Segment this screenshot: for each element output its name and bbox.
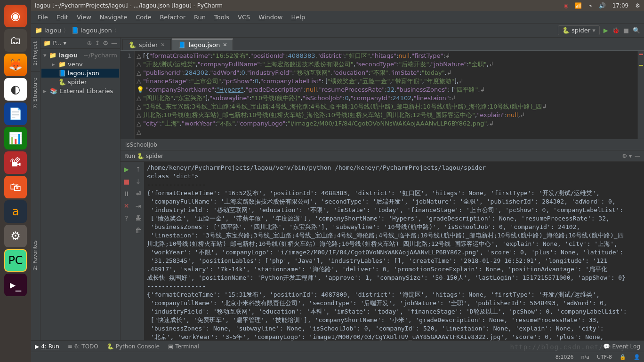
breadcrumb-file[interactable]: lagou.json [80, 27, 112, 34]
ubuntu-dash-icon[interactable]: ◉ [4, 5, 27, 27]
tree-venv[interactable]: ▸📁 venv [41, 60, 119, 69]
close-icon[interactable]: ✕ [223, 42, 227, 48]
wrap-icon[interactable]: ⏎ [136, 190, 141, 197]
search-everywhere-button[interactable]: 🔍 [633, 27, 640, 34]
breadcrumb-json-key[interactable]: isSchoolJob [125, 142, 157, 148]
debug-button[interactable]: 🐞 [612, 27, 620, 34]
chrome-icon[interactable]: ◐ [4, 78, 27, 101]
stop-button[interactable]: ■ [623, 27, 629, 34]
tray-record-icon[interactable]: ◉ [564, 2, 568, 9]
bottom-terminal-tab[interactable]: ▣ Terminal [168, 343, 199, 350]
line-gutter: 1 [121, 51, 135, 139]
project-tool-tab[interactable]: 1: Project [31, 38, 39, 70]
run-hide-icon[interactable]: — [635, 153, 640, 159]
ubuntu-software-icon[interactable]: 🛍 [4, 176, 27, 198]
tray-network-icon[interactable]: 📶 [575, 2, 582, 9]
pycharm-icon[interactable]: PC [4, 249, 27, 272]
tray-time[interactable]: 17:09 [612, 2, 629, 9]
run-target: spider [146, 153, 163, 159]
project-settings-icon[interactable]: ⚙ [103, 39, 108, 47]
terminal-icon[interactable]: ▸_ [4, 274, 27, 296]
status-cursor-pos: 8:1026 [555, 354, 574, 360]
breadcrumb-root[interactable]: lagou [44, 27, 61, 34]
tree-spider[interactable]: 🐍 spider [41, 78, 119, 87]
menu-code[interactable]: Code [132, 13, 155, 22]
watermark: http://blog.csdn.net/keneyr [510, 343, 630, 351]
breadcrumb-separator: 〉 [114, 26, 120, 35]
tray-volume-icon[interactable]: 🔊 [599, 2, 606, 9]
editor-area: 🐍spider✕ 📘lagou.json✕ 1 △[{"formatCreate… [121, 38, 644, 340]
run-output[interactable]: /home/keneyr/PycharmProjects/lagou/venv/… [144, 162, 644, 340]
menu-file[interactable]: File [34, 13, 52, 22]
help-icon[interactable]: ? [125, 214, 128, 222]
close-run-icon[interactable]: ✕ [124, 202, 129, 210]
run-config-select[interactable]: 🐍spider▾ [558, 25, 600, 35]
run-settings-icon[interactable]: ⚙ ▾ [622, 153, 632, 159]
project-autoscroll-icon[interactable]: ↕ [95, 39, 100, 47]
code-content[interactable]: △[{"formatCreateTime": "16:52发布", "posit… [135, 51, 637, 139]
settings-icon[interactable]: ⚙ [4, 225, 27, 247]
firefox-icon[interactable]: 🦊 [4, 54, 27, 76]
stop-run-icon[interactable]: ■ [123, 178, 129, 185]
scroll-end-icon[interactable]: ⇥ [136, 202, 141, 210]
menu-help[interactable]: Help [288, 13, 309, 22]
breadcrumb-folder-icon: 📁 [35, 27, 42, 34]
libreoffice-writer-icon[interactable]: 📄 [4, 102, 27, 125]
tray-battery-icon[interactable]: ⌁ [588, 2, 592, 9]
tray-gear-icon[interactable]: ⚙ [635, 2, 640, 9]
pause-icon[interactable]: ⏸ [123, 190, 130, 197]
menu-run[interactable]: Run [190, 13, 209, 22]
run-button[interactable]: ▶ [604, 27, 608, 34]
menu-edit[interactable]: Edit [53, 13, 72, 22]
print-icon[interactable]: 🖶 [135, 214, 142, 222]
code-editor[interactable]: 1 △[{"formatCreateTime": "16:52发布", "pos… [121, 51, 644, 139]
down-trace-icon[interactable]: ↓ [136, 178, 141, 185]
up-trace-icon[interactable]: ↑ [136, 165, 141, 173]
tree-external-libs[interactable]: ▸📚 External Libraries [41, 87, 119, 95]
editor-tabs: 🐍spider✕ 📘lagou.json✕ [121, 38, 644, 51]
breadcrumb: 📁 lagou 〉 📘 lagou.json 〉 [35, 26, 120, 35]
project-view-select[interactable]: 📁 P... ▾ [43, 39, 66, 47]
python-file-icon: 🐍 [58, 79, 66, 86]
project-hide-icon[interactable]: — [111, 39, 117, 47]
status-inspection-icon[interactable]: 👤 [634, 354, 640, 360]
window-titlebar: lagou [~/PycharmProjects/lagou] - .../la… [31, 0, 644, 11]
menu-tools[interactable]: Tools [210, 13, 233, 22]
libreoffice-impress-icon[interactable]: 📽 [4, 151, 27, 174]
library-icon: 📚 [50, 87, 57, 94]
amazon-icon[interactable]: a [4, 200, 27, 223]
status-encoding[interactable]: UTF-8 [597, 354, 612, 360]
libreoffice-calc-icon[interactable]: 📊 [4, 127, 27, 150]
bottom-run-tab[interactable]: ▶ 4: Run [35, 343, 59, 350]
project-pane: 📁 P... ▾ ⊕ ↕ ⚙ — ▾📁 lagou ~/Pycharm ▸📁 v… [40, 38, 121, 340]
error-stripe [637, 51, 644, 139]
pycharm-window: lagou [~/PycharmProjects/lagou] - .../la… [31, 0, 644, 362]
menu-navigate[interactable]: Navigate [96, 13, 131, 22]
menu-view[interactable]: View [73, 13, 95, 22]
tab-lagou-json[interactable]: 📘lagou.json✕ [172, 39, 233, 50]
project-tree: ▾📁 lagou ~/Pycharm ▸📁 venv 📘 lagou.json … [40, 49, 120, 97]
rerun-icon[interactable]: ▶ [124, 165, 129, 173]
run-body: ▶ ■ ⏸ ✕ ? ↑ ↓ ⏎ ⇥ 🖶 🗑 [121, 162, 644, 340]
structure-tool-tab[interactable]: 7: Structure [31, 74, 39, 112]
ubuntu-launcher: ◉ 🗂 🦊 ◐ 📄 📊 📽 🛍 a ⚙ PC ▸_ [0, 0, 31, 362]
status-bar: 8:1026 n/a UTF-8 🔒 👤 [31, 352, 644, 362]
bottom-todo-tab[interactable]: ≡ 6: TODO [68, 343, 98, 350]
editor-breadcrumb: isSchoolJob [121, 139, 644, 150]
tab-spider[interactable]: 🐍spider✕ [122, 39, 171, 50]
project-collapse-icon[interactable]: ⊕ [87, 39, 92, 47]
favorites-tool-tab[interactable]: 2: Favorites [31, 236, 39, 274]
menu-window[interactable]: Window [255, 13, 286, 22]
menu-vcs[interactable]: VCS [234, 13, 254, 22]
tree-lagou-json[interactable]: 📘 lagou.json [41, 69, 119, 78]
window-title: lagou [~/PycharmProjects/lagou] - .../la… [35, 2, 564, 9]
clear-icon[interactable]: 🗑 [135, 227, 142, 234]
files-icon[interactable]: 🗂 [4, 29, 27, 52]
project-header: 📁 P... ▾ ⊕ ↕ ⚙ — [40, 38, 120, 49]
status-lock-icon[interactable]: 🔒 [620, 354, 626, 360]
close-icon[interactable]: ✕ [161, 42, 165, 48]
tree-project-root[interactable]: ▾📁 lagou ~/Pycharm [41, 51, 119, 60]
nav-bar: 📁 lagou 〉 📘 lagou.json 〉 🐍spider▾ ▶ 🐞 ■ … [31, 24, 644, 38]
bottom-python-console-tab[interactable]: 🐍 Python Console [107, 343, 160, 350]
menu-refactor[interactable]: Refactor [156, 13, 189, 22]
